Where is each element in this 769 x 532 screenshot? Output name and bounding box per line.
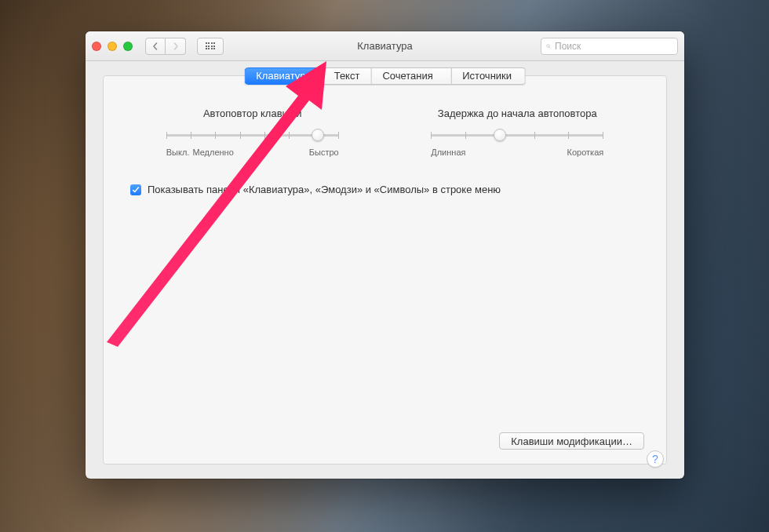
slider-knob[interactable] [312, 129, 324, 141]
search-icon [546, 42, 551, 51]
forward-button[interactable] [166, 38, 186, 55]
delay-group: Задержка до начала автоповтора Длинная К… [415, 107, 619, 157]
tab-shortcuts[interactable]: Сочетания клавиш [371, 67, 451, 85]
window-content: Клавиатура Текст Сочетания клавиш Источн… [86, 61, 684, 479]
help-button[interactable]: ? [647, 450, 664, 468]
delay-slider[interactable] [431, 127, 603, 143]
grid-icon [206, 42, 216, 49]
slider-end-off: Выкл. [166, 148, 190, 157]
zoom-icon[interactable] [123, 42, 133, 51]
tab-input-sources[interactable]: Источники ввода [451, 67, 525, 85]
checkbox-checked-icon[interactable] [130, 184, 141, 195]
panel-footer: Клавиши модификации… [126, 432, 644, 450]
modifier-keys-button[interactable]: Клавиши модификации… [499, 432, 644, 450]
slider-end-long: Длинная [431, 148, 465, 157]
slider-knob[interactable] [494, 129, 506, 141]
search-input[interactable] [555, 41, 672, 52]
slider-end-slow: Медленно [192, 148, 233, 157]
tab-strip: Клавиатура Текст Сочетания клавиш Источн… [244, 67, 526, 85]
window-titlebar: Клавиатура [86, 31, 684, 61]
minimize-icon[interactable] [108, 42, 117, 51]
search-field[interactable] [541, 38, 678, 55]
slider-end-short: Короткая [567, 148, 604, 157]
preferences-window: Клавиатура Клавиатура Текст Сочетания кл… [86, 31, 684, 479]
menubar-viewers-checkbox-row: Показывать панели «Клавиатура», «Эмодзи»… [130, 184, 644, 195]
traffic-lights [92, 42, 133, 51]
help-icon: ? [652, 453, 658, 465]
checkbox-label: Показывать панели «Клавиатура», «Эмодзи»… [148, 184, 501, 195]
tab-text[interactable]: Текст [323, 67, 372, 85]
key-repeat-group: Автоповтор клавиши Выкл. Медленно Быстро [151, 107, 355, 157]
tab-keyboard[interactable]: Клавиатура [244, 67, 323, 85]
show-all-button[interactable] [197, 38, 224, 55]
back-button[interactable] [145, 38, 166, 55]
nav-buttons [145, 38, 186, 55]
delay-label: Задержка до начала автоповтора [438, 107, 597, 119]
close-icon[interactable] [92, 42, 101, 51]
svg-line-1 [549, 46, 551, 48]
key-repeat-label: Автоповтор клавиши [203, 107, 302, 119]
key-repeat-slider[interactable] [166, 127, 339, 143]
slider-end-fast: Быстро [309, 148, 339, 157]
sliders-row: Автоповтор клавиши Выкл. Медленно Быстро [126, 107, 644, 157]
inner-panel: Клавиатура Текст Сочетания клавиш Источн… [103, 75, 667, 465]
